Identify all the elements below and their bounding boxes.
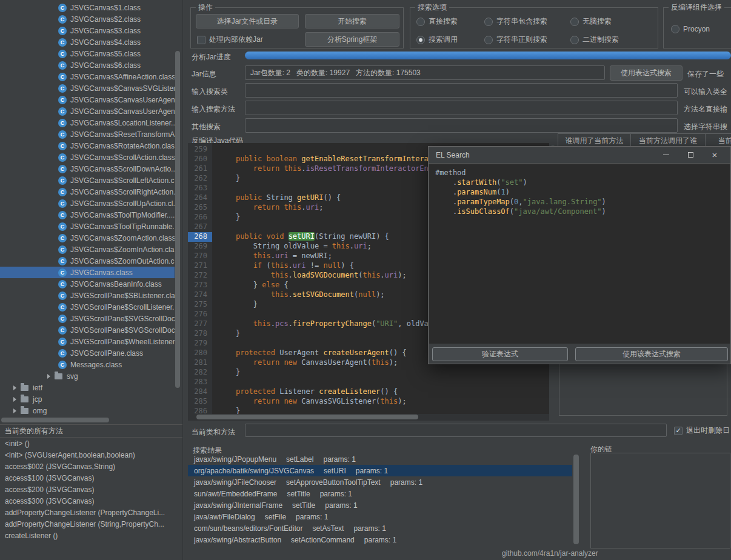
search-result-row[interactable]: javax/swing/AbstractButtonsetActionComma… [188,534,572,545]
radio-label: 搜索调用 [429,35,458,45]
el-expression-editor[interactable]: #method .startWith("set") .paramsNum(1) … [429,164,730,344]
tree-item[interactable]: CJSVGCanvas$4.class [0,36,175,48]
search-result-row[interactable]: java/awt/FileDialogsetFileparams: 1 [188,511,572,522]
tree-item[interactable]: CJSVGCanvas$ScrollLeftAction.c... [0,175,175,186]
tree-item[interactable]: CJSVGCanvas$CanvasUserAgen... [0,94,175,105]
procyon-radio[interactable]: Procyon [671,25,710,33]
tree-item[interactable]: CJSVGCanvas$CanvasSVGListen... [0,82,175,94]
delete-log-on-exit-checkbox[interactable]: 退出时删除日 [674,425,731,436]
search-option-radio[interactable]: 二进制搜索 [570,35,619,45]
tree-item[interactable]: svg [0,370,175,382]
inner-jar-checkbox[interactable]: 处理内部依赖Jar [197,35,263,45]
method-list-item[interactable]: access$002 (JSVGCanvas,String) [0,461,182,473]
jar-info-field[interactable]: Jar包数量: 2 类的数量: 19927 方法的数量: 175503 [245,65,605,80]
other-search-input[interactable] [245,118,678,133]
tree-item[interactable]: CJSVGCanvas$AffineAction.class [0,71,175,82]
tree-item[interactable]: CJSVGScrollPane$SVGScrollDoc... [0,313,175,324]
tree-item[interactable]: CJSVGCanvas$3.class [0,25,175,36]
method-list-item[interactable]: access$300 (JSVGCanvas) [0,496,182,507]
tree-item[interactable]: CJSVGCanvas$5.class [0,48,175,59]
scrollbar-thumb[interactable] [175,51,180,388]
scrollbar-thumb[interactable] [1,418,109,422]
tree-item[interactable]: CJSVGCanvas$ZoomAction.class [0,232,175,244]
tree-item[interactable]: CJSVGCanvas$ResetTransformA... [0,128,175,140]
search-result-row[interactable]: javax/swing/JFileChoosersetApproveButton… [188,476,572,488]
search-option-radio[interactable]: 无脑搜索 [570,16,612,27]
tree-item[interactable]: CJSVGCanvas$1.class [0,2,175,13]
method-list-item[interactable]: addPropertyChangeListener (String,Proper… [0,519,182,530]
chevron-right-icon[interactable] [13,408,16,413]
el-search-titlebar[interactable]: EL Search × [429,147,730,164]
radio-label: 字符串正则搜索 [496,35,547,45]
expression-search-button[interactable]: 使用表达式搜索 [610,65,683,81]
tree-item[interactable]: CJSVGScrollPane$WheelListener... [0,336,175,347]
start-search-button[interactable]: 开始搜索 [305,14,399,28]
search-result-row[interactable]: com/sun/beans/editors/FontEditorsetAsTex… [188,522,572,534]
tree-item[interactable]: omg [0,405,175,416]
method-list-item[interactable]: access$100 (JSVGCanvas) [0,473,182,484]
line-number: 285 [188,397,212,407]
search-option-radio[interactable]: 字符串正则搜索 [484,35,547,45]
search-result-row[interactable]: javax/swing/JInternalFramesetTitleparams… [188,499,572,511]
tree-item[interactable]: CJSVGCanvas$CanvasUserAgen... [0,105,175,117]
tree-item[interactable]: CJSVGScrollPane$SVGScrollDoc... [0,324,175,336]
tree-item[interactable]: CJSVGScrollPane$SBListener.cla... [0,290,175,301]
tree-item[interactable]: CJSVGCanvas$ScrollDownActio... [0,163,175,175]
el-code-line: .paramsNum(1) [435,188,724,198]
results-vertical-scrollbar[interactable] [572,453,580,546]
editor-horizontal-scrollbar[interactable] [188,414,549,421]
tree-item[interactable]: CJSVGCanvas$LocationListener.... [0,117,175,128]
chevron-right-icon[interactable] [13,397,16,402]
method-list-item[interactable]: <init> (SVGUserAgent,boolean,boolean) [0,450,182,461]
validate-expression-button[interactable]: 验证表达式 [432,347,568,361]
tree-item[interactable]: CJSVGCanvas$6.class [0,59,175,71]
tree-item-label: JSVGCanvas$ResetTransformA... [70,130,175,139]
minimize-button[interactable] [658,150,675,161]
search-result-row[interactable]: sun/awt/EmbeddedFramesetTitleparams: 1 [188,488,572,499]
method-list-item[interactable]: createListener () [0,530,182,542]
tree-item[interactable]: CJSVGCanvas$2.class [0,13,175,25]
analyze-spring-button[interactable]: 分析Spring框架 [305,32,399,47]
tree-item[interactable]: CMessages.class [0,359,175,370]
tree-item[interactable]: CJSVGCanvas$ToolTipRunnable... [0,221,175,232]
tree-item[interactable]: jcp [0,393,175,405]
tree-item[interactable]: CJSVGCanvas$ScrollAction.class [0,152,175,163]
search-option-radio[interactable]: 直接搜索 [416,16,458,27]
tree-item[interactable]: CJSVGCanvas$ZoomInAction.cla... [0,244,175,255]
tree-item[interactable]: CJSVGCanvas$ScrollRightAction... [0,186,175,198]
tree-item[interactable]: CJSVGCanvasBeanInfo.class [0,278,175,290]
tree-item[interactable]: CJSVGCanvas$ToolTipModifier.... [0,209,175,221]
method-list-item[interactable]: <init> () [0,438,182,450]
result-method: setAsText [312,524,344,533]
tree-item[interactable]: CJSVGScrollPane$ScrollListener.... [0,301,175,313]
search-result-row[interactable]: org/apache/batik/swing/JSVGCanvassetURIp… [188,465,572,476]
class-icon: C [58,257,67,265]
method-list-item[interactable]: addPropertyChangeListener (PropertyChang… [0,507,182,519]
maximize-button[interactable] [682,150,699,161]
current-class-method-field[interactable]: org/apache/batik/swing/JSVGCanvassetURIp… [245,424,667,437]
tree-item[interactable]: ietf [0,382,175,393]
tree-vertical-scrollbar[interactable] [175,0,181,416]
chevron-right-icon[interactable] [47,374,50,379]
tree-item[interactable]: CJSVGScrollPane.class [0,347,175,359]
delete-log-on-exit-label: 退出时删除日 [686,425,730,436]
tree-item[interactable]: CJSVGCanvas$ScrollUpAction.cl... [0,198,175,209]
search-class-input[interactable] [245,83,678,98]
chevron-right-icon[interactable] [13,385,16,390]
search-option-radio[interactable]: 字符串包含搜索 [484,16,547,27]
method-list-item[interactable]: access$200 (JSVGCanvas) [0,484,182,496]
scrollbar-thumb[interactable] [196,415,418,419]
search-method-input[interactable] [245,101,678,115]
tree-horizontal-scrollbar[interactable] [0,417,175,424]
tree-item[interactable]: CJSVGCanvas.class [0,267,175,278]
close-button[interactable]: × [706,150,723,161]
select-jar-button[interactable]: 选择Jar文件或目录 [196,14,299,28]
search-option-radio[interactable]: 搜索调用 [416,35,458,45]
tree-item[interactable]: CJSVGCanvas$ZoomOutAction.c... [0,255,175,267]
scrollbar-thumb[interactable] [573,455,579,544]
class-icon: C [58,107,67,116]
search-result-row[interactable]: javax/swing/JPopupMenusetLabelparams: 1 [188,453,572,465]
class-icon: C [58,338,67,346]
use-expression-search-button[interactable]: 使用该表达式搜索 [575,347,728,361]
tree-item[interactable]: CJSVGCanvas$RotateAction.clas... [0,140,175,152]
